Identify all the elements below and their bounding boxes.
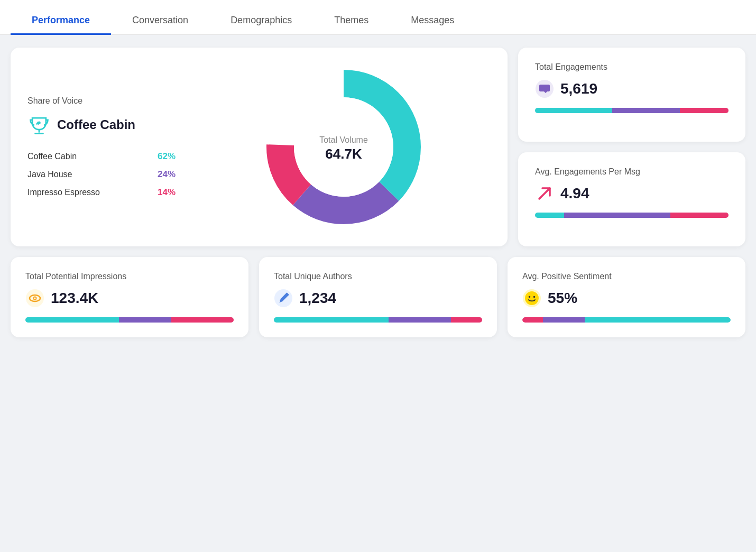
svg-point-14	[533, 296, 536, 298]
engagements-value: 5,619	[560, 80, 597, 97]
tab-conversation[interactable]: Conversation	[111, 15, 209, 35]
engagements-label: Total Engagements	[535, 62, 729, 72]
authors-card: Total Unique Authors 1,234	[259, 257, 497, 337]
svg-point-13	[529, 296, 531, 298]
main-content: Share of Voice Coffee Cabin	[0, 35, 756, 350]
authors-bar	[274, 317, 482, 323]
tab-performance[interactable]: Performance	[11, 15, 111, 35]
authors-value-row: 1,234	[274, 289, 482, 308]
donut-chart: Total Volume 64.7K	[197, 62, 491, 232]
svg-point-9	[34, 298, 36, 299]
donut-total-value: 64.7K	[325, 146, 362, 162]
tab-messages[interactable]: Messages	[390, 15, 475, 35]
avg-engagements-card: Avg. Engagements Per Msg 4.94	[518, 152, 745, 246]
sov-pct-coffee: 62%	[158, 151, 176, 162]
authors-value: 1,234	[299, 290, 336, 307]
sov-items: Coffee Cabin 62% Java House 24% Impresso…	[27, 151, 176, 198]
sentiment-value-row: 55%	[522, 289, 731, 308]
eye-icon	[25, 289, 44, 308]
svg-point-12	[525, 291, 539, 305]
tab-themes[interactable]: Themes	[313, 15, 390, 35]
sov-item-impresso: Impresso Espresso 14%	[27, 187, 176, 198]
tab-bar: Performance Conversation Demographics Th…	[0, 0, 756, 35]
sov-brand-name: Coffee Cabin	[57, 117, 135, 132]
engagements-value-row: 5,619	[535, 79, 729, 98]
sov-pct-impresso: 14%	[158, 187, 176, 198]
engagements-bar	[535, 108, 729, 113]
sov-item-java: Java House 24%	[27, 169, 176, 180]
sov-left: Share of Voice Coffee Cabin	[27, 96, 176, 198]
sov-name-impresso: Impresso Espresso	[27, 188, 100, 197]
avg-engagements-label: Avg. Engagements Per Msg	[535, 167, 729, 177]
sov-label: Share of Voice	[27, 96, 176, 106]
tab-demographics[interactable]: Demographics	[209, 15, 313, 35]
sentiment-card: Avg. Positive Sentiment 55%	[508, 257, 745, 337]
avg-engagements-bar	[535, 213, 729, 218]
impressions-value-row: 123.4K	[25, 289, 234, 308]
impressions-bar	[25, 317, 234, 323]
impressions-card: Total Potential Impressions 123.4K	[11, 257, 248, 337]
engagements-card: Total Engagements 5,619	[518, 48, 745, 142]
arrow-up-icon	[535, 184, 554, 203]
sentiment-label: Avg. Positive Sentiment	[522, 272, 731, 281]
avg-engagements-value: 4.94	[560, 185, 589, 202]
sov-item-coffee: Coffee Cabin 62%	[27, 151, 176, 162]
sov-brand: Coffee Cabin	[27, 113, 176, 136]
sentiment-bar	[522, 317, 731, 323]
sov-pct-java: 24%	[158, 169, 176, 180]
emoji-icon	[522, 289, 541, 308]
top-row: Share of Voice Coffee Cabin	[11, 48, 745, 246]
impressions-value: 123.4K	[51, 290, 98, 307]
right-col: Total Engagements 5,619 Avg. Engagements…	[518, 48, 745, 246]
pencil-icon	[274, 289, 293, 308]
donut-total-label: Total Volume	[319, 135, 368, 144]
sentiment-value: 55%	[548, 290, 577, 307]
chat-icon	[535, 79, 554, 98]
sov-card: Share of Voice Coffee Cabin	[11, 48, 508, 246]
impressions-label: Total Potential Impressions	[25, 272, 234, 281]
authors-label: Total Unique Authors	[274, 272, 482, 281]
trophy-icon	[27, 113, 51, 136]
sov-name-java: Java House	[27, 170, 72, 179]
avg-engagements-value-row: 4.94	[535, 184, 729, 203]
donut-svg: Total Volume 64.7K	[259, 62, 428, 232]
sov-name-coffee: Coffee Cabin	[27, 152, 77, 161]
bottom-row: Total Potential Impressions 123.4K Total…	[11, 257, 745, 337]
